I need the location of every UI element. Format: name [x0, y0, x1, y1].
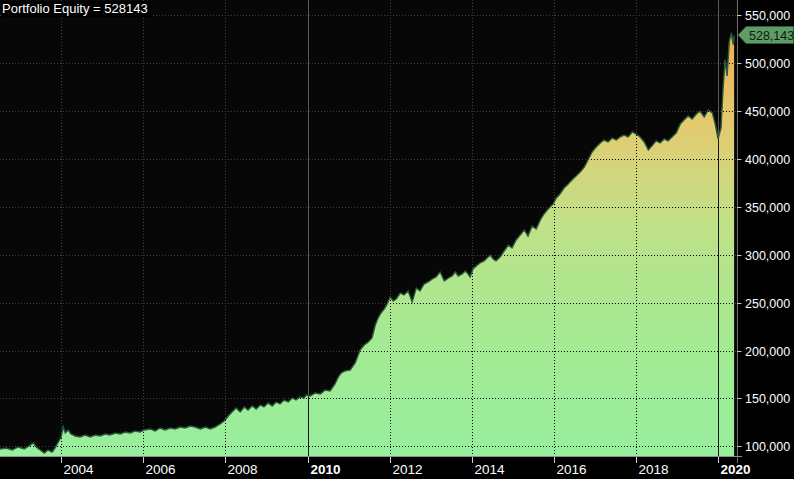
x-tick-label: 2008 — [228, 462, 258, 477]
equity-chart[interactable]: 550,000500,000450,000400,000350,000300,0… — [0, 0, 794, 479]
x-tick-label: 2004 — [64, 462, 95, 477]
y-tick-label: 250,000 — [745, 297, 790, 311]
x-axis: 200420062008201020122014201620182020 — [62, 457, 751, 477]
x-tick-label: 2012 — [393, 462, 423, 477]
y-tick-label: 400,000 — [745, 153, 790, 167]
y-tick-label: 450,000 — [745, 105, 790, 119]
y-tick-label: 300,000 — [745, 249, 790, 263]
last-value-tag: 528,143 — [738, 27, 794, 44]
x-tick-label: 2010 — [311, 462, 341, 477]
portfolio-equity-window: Portfolio Equity = 528143 — [0, 0, 794, 479]
y-tick-label: 150,000 — [745, 392, 790, 406]
y-tick-label: 350,000 — [745, 201, 790, 215]
y-tick-label: 200,000 — [745, 345, 790, 359]
x-tick-label: 2016 — [557, 462, 587, 477]
y-tick-label: 500,000 — [745, 57, 790, 71]
x-tick-label: 2020 — [721, 462, 751, 477]
x-tick-label: 2014 — [475, 462, 506, 477]
y-tick-label: 550,000 — [745, 9, 790, 23]
chart-title: Portfolio Equity = 528143 — [2, 1, 151, 17]
y-axis: 550,000500,000450,000400,000350,000300,0… — [737, 9, 790, 454]
x-tick-label: 2006 — [146, 462, 176, 477]
y-tick-label: 100,000 — [745, 440, 790, 454]
last-value-tag-text: 528,143 — [749, 29, 794, 43]
x-tick-label: 2018 — [639, 462, 669, 477]
